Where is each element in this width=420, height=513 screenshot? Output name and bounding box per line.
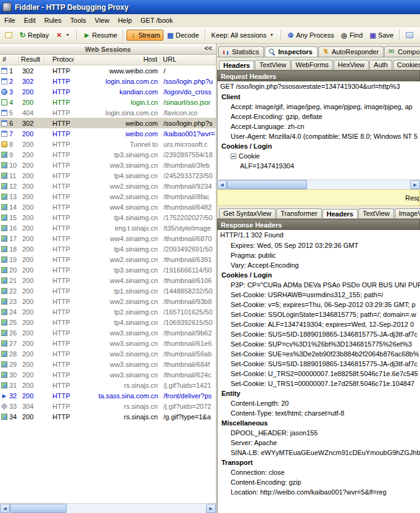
request-header-item[interactable]: User-Agent: Mozilla/4.0 (compatible; MSI… <box>218 131 420 141</box>
screenshot-button[interactable] <box>403 30 416 40</box>
request-header-item[interactable]: Accept: image/gif, image/jpeg, image/pjp… <box>218 102 420 112</box>
menu-item[interactable]: View <box>91 15 114 25</box>
any-process-button[interactable]: ⊕Any Process <box>284 30 337 41</box>
session-row[interactable]: 13 200 HTTP ww2.sinaimg.cn /thumbnail/8f… <box>0 191 216 202</box>
response-inspector-tab[interactable]: ImageView <box>395 208 420 218</box>
response-header-item[interactable]: Server: Apache <box>218 438 420 448</box>
session-row[interactable]: 34 200 HTTP rs.sinajs.cn /g.gif?type=1&a <box>0 411 216 422</box>
request-header-item[interactable]: Accept-Encoding: gzip, deflate <box>218 112 420 121</box>
response-header-item[interactable]: Content-Type: text/html; charset=utf-8 <box>218 408 420 418</box>
response-header-item[interactable]: Expires: Wed, 05 Sep 2012 03:29:36 GMT <box>218 240 420 250</box>
browse-button[interactable] <box>417 30 420 41</box>
stream-toggle-button[interactable]: ↓Stream <box>126 30 163 41</box>
request-header-item[interactable]: Client <box>218 92 420 102</box>
session-row[interactable]: 14 200 HTTP ww4.sinaimg.cn /thumbnail/64… <box>0 202 216 212</box>
session-row[interactable]: 6 302 HTTP weibo.com /sso/login.php?s <box>0 118 216 128</box>
scroll-track[interactable] <box>227 180 410 189</box>
response-header-item[interactable]: Content-Encoding: gzip <box>218 477 420 487</box>
response-header-item[interactable]: Set-Cookie: SUE=es%3De2eb90f23b884b2f206… <box>218 349 420 359</box>
session-row[interactable]: 5 404 HTTP login.sina.com.cn /favicon.ic… <box>0 107 216 118</box>
session-row[interactable]: 23 200 HTTP ww2.sinaimg.cn /thumbnail/93… <box>0 296 216 306</box>
response-header-item[interactable]: DPOOL_HEADER: jason155 <box>218 428 420 438</box>
response-header-item[interactable]: SINA-LB: eWYyMTEuaGEueWZncm91cDEuYmoubG9… <box>218 448 420 458</box>
main-tab[interactable]: AutoResponder <box>318 46 384 57</box>
session-row[interactable]: 24 200 HTTP tp2.sinaimg.cn /1657101625/5… <box>0 306 216 317</box>
menu-item[interactable]: Help <box>113 15 136 25</box>
session-row[interactable]: 4 200 HTTP login.t.cn /sinaurl/sso.jsor <box>0 97 216 107</box>
response-header-item[interactable]: Pragma: public <box>218 250 420 260</box>
response-inspector-tab[interactable]: Transformer <box>276 208 322 218</box>
keep-sessions-dropdown[interactable]: Keep: All sessions▼ <box>208 30 278 41</box>
request-inspector-tab[interactable]: TextView <box>255 60 290 70</box>
response-header-item[interactable]: Set-Cookie: ALF=1347419304; expires=Wed,… <box>218 319 420 329</box>
session-row[interactable]: 21 200 HTTP ww4.sinaimg.cn /thumbnail/61… <box>0 275 216 285</box>
replay-button[interactable]: ↻Replay <box>16 30 52 41</box>
request-header-item[interactable]: Cookie <box>218 151 420 161</box>
session-row[interactable]: 16 200 HTTP img.t.sinajs.cn /t35/style/i… <box>0 223 216 233</box>
response-inspector-tab[interactable]: Get SyntaxView <box>219 208 276 218</box>
response-header-item[interactable]: Location: http://weibo.com/kaibao001?wvr… <box>218 487 420 497</box>
session-row[interactable]: 17 200 HTTP ww4.sinaimg.cn /thumbnail/68… <box>0 233 216 244</box>
menu-item[interactable]: File <box>0 15 20 25</box>
response-header-item[interactable]: Set-Cookie: U_TRS1=00000007.1e7d258f.504… <box>218 379 420 388</box>
session-row[interactable]: 15 200 HTTP tp4.sinaimg.cn /1752202027/5… <box>0 212 216 223</box>
request-header-item[interactable]: Cookies / Login <box>218 141 420 151</box>
session-row[interactable]: 29 200 HTTP ww3.sinaimg.cn /thumbnail/68… <box>0 359 216 369</box>
session-row[interactable]: 1 302 HTTP www.weibo.com / <box>0 65 216 76</box>
sessions-hscrollbar[interactable]: ◀ ▶ <box>0 503 216 513</box>
menu-item[interactable]: Rules <box>40 15 66 25</box>
collapse-panel-button[interactable]: << <box>202 44 214 52</box>
session-row[interactable]: 32 200 HTTP ta.sass.sina.com.cn /front/d… <box>0 390 216 401</box>
column-header[interactable]: # <box>0 55 19 65</box>
remove-button[interactable]: ×▼ <box>52 30 74 41</box>
response-header-item[interactable]: Transport <box>218 458 420 467</box>
column-header[interactable]: Host <box>74 55 160 65</box>
session-row[interactable]: 20 200 HTTP tp3.sinaimg.cn /1916666114/5… <box>0 265 216 275</box>
request-inspector-tab[interactable]: WebForms <box>291 60 333 70</box>
response-header-item[interactable]: Set-Cookie: v=5; expires=Thu, 06-Sep-201… <box>218 300 420 310</box>
column-header[interactable]: URL <box>160 55 216 65</box>
menu-item[interactable]: GET /book <box>136 15 177 25</box>
session-row[interactable]: 25 200 HTTP tp4.sinaimg.cn /1069392615/5… <box>0 317 216 327</box>
scroll-right-button[interactable]: ▶ <box>410 180 420 189</box>
response-header-item[interactable]: Cookies / Login <box>218 270 420 280</box>
session-row[interactable]: 3 200 HTTP kandian.com /logon/do_cross <box>0 86 216 97</box>
find-button[interactable]: ◎Find <box>338 30 366 41</box>
save-button[interactable]: ▣Save <box>366 30 397 41</box>
request-inspector-tab[interactable]: Auth <box>369 60 392 70</box>
session-row[interactable]: 7 200 HTTP weibo.com /kaibao001?wvr= <box>0 128 216 139</box>
response-header-item[interactable]: Set-Cookie: U_TRS2=00000007.1e88258f.504… <box>218 369 420 379</box>
response-header-item[interactable]: Set-Cookie: USRHAWB=usrmdins312_155; pat… <box>218 290 420 300</box>
resume-button[interactable]: ▶Resume <box>80 30 120 41</box>
session-row[interactable]: 18 200 HTTP tp4.sinaimg.cn /2093492691/5… <box>0 244 216 254</box>
request-header-item[interactable]: ALF=1347419304 <box>218 161 420 171</box>
request-header-item[interactable]: Accept-Language: zh-cn <box>218 121 420 131</box>
session-row[interactable]: 11 200 HTTP tp4.sinaimg.cn /2452933723/5… <box>0 170 216 181</box>
response-header-item[interactable]: Set-Cookie: SUS=SID-1889019865-134681577… <box>218 359 420 369</box>
request-hscrollbar[interactable]: ◀ ▶ <box>217 179 420 189</box>
response-header-item[interactable]: Set-Cookie: SUP=cv%3D1%26bt%3D1346815775… <box>218 339 420 349</box>
response-header-item[interactable]: Content-Length: 20 <box>218 398 420 408</box>
request-inspector-tab[interactable]: Headers <box>219 60 254 70</box>
response-header-item[interactable]: Set-Cookie: SSOLoginState=1346815775; pa… <box>218 310 420 319</box>
scroll-right-button[interactable]: ▶ <box>206 504 216 513</box>
session-row[interactable]: 9 200 HTTP tp3.sinaimg.cn /2392897554/18 <box>0 149 216 160</box>
response-inspector-tab[interactable]: Headers <box>323 209 358 219</box>
session-row[interactable]: 22 200 HTTP tp1.sinaimg.cn /1448858232/5… <box>0 285 216 296</box>
session-row[interactable]: 33 304 HTTP rs.sinajs.cn /j.gif?uids=207… <box>0 401 216 411</box>
response-encoding-notice[interactable]: Response is encoded and may need to be d… <box>217 189 420 206</box>
column-header[interactable]: Result <box>19 55 44 65</box>
session-row[interactable]: 26 200 HTTP ww3.sinaimg.cn /thumbnail/9b… <box>0 327 216 338</box>
session-row[interactable]: 8 200 HTTP Tunnel to urs.microsoft.c <box>0 139 216 149</box>
response-header-item[interactable]: P3P: CP="CURa ADMa DEVa PSAo PSDo OUR BU… <box>218 280 420 290</box>
response-header-item[interactable]: Set-Cookie: SUS=SID-1889019865-134681577… <box>218 329 420 339</box>
session-row[interactable]: 19 200 HTTP ww2.sinaimg.cn /thumbnail/63… <box>0 254 216 265</box>
response-header-item[interactable]: Miscellaneous <box>218 418 420 428</box>
scroll-thumb[interactable] <box>227 180 307 189</box>
main-tab[interactable]: Statistics <box>218 46 264 57</box>
response-header-item[interactable]: Entity <box>218 388 420 398</box>
request-inspector-tab[interactable]: Cookies <box>393 60 420 70</box>
collapse-expander-icon[interactable] <box>231 154 236 159</box>
scroll-left-button[interactable]: ◀ <box>0 504 10 513</box>
session-row[interactable]: 12 200 HTTP ww2.sinaimg.cn /thumbnail/92… <box>0 181 216 191</box>
